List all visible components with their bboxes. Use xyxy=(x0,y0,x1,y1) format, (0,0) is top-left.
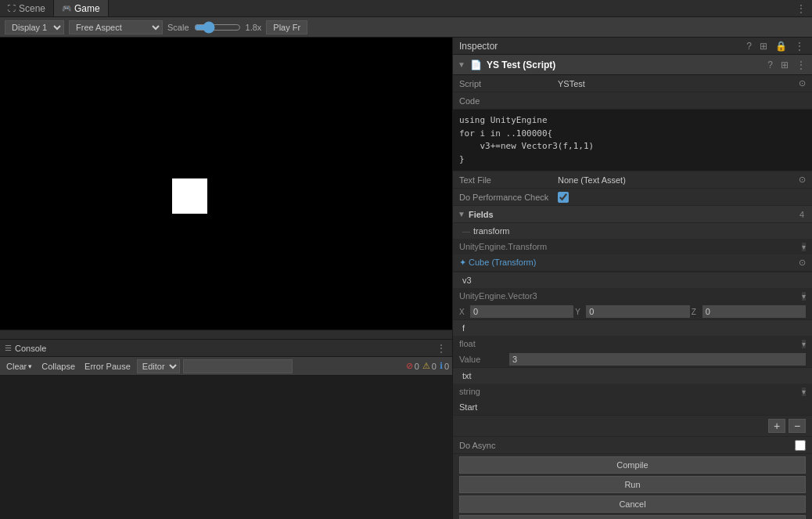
y-label: Y xyxy=(575,308,584,316)
add-field-button[interactable]: + xyxy=(768,419,785,433)
error-badge: ⊘ 0 xyxy=(406,361,419,371)
inspector-header-icons: ? ⊞ 🔒 ⋮ xyxy=(745,41,806,52)
f-name: f xyxy=(462,323,465,333)
game-tab[interactable]: 🎮 Game xyxy=(54,0,109,16)
run-button[interactable]: Run xyxy=(459,476,806,493)
scale-value: 1.8x xyxy=(246,23,262,32)
editor-select[interactable]: Editor xyxy=(137,359,180,373)
f-value-label: Value xyxy=(459,355,506,364)
f-type-row: float ▾ xyxy=(453,336,812,351)
transform-name-row: — transform xyxy=(453,223,812,239)
f-type: float xyxy=(459,339,799,348)
scene-tab[interactable]: ⛶ Scene xyxy=(0,0,54,16)
component-help-button[interactable]: ? xyxy=(766,59,774,70)
v3-y-input[interactable] xyxy=(586,305,689,318)
horizontal-scrollbar[interactable] xyxy=(0,330,452,339)
f-name-row: f xyxy=(453,320,812,336)
component-menu-button[interactable]: ⋮ xyxy=(795,59,807,70)
white-square-object xyxy=(172,178,207,214)
stop-button[interactable]: Stop xyxy=(459,515,806,519)
code-line-3: v3+=new Vector3(f,1,1) xyxy=(459,140,806,153)
inspector-header: Inspector ? ⊞ 🔒 ⋮ xyxy=(453,38,812,55)
fields-header[interactable]: ▼ Fields 4 xyxy=(453,206,812,223)
console-options-button[interactable]: ⋮ xyxy=(435,343,447,354)
v3-x-input[interactable] xyxy=(470,305,573,318)
script-select-button[interactable]: ⊙ xyxy=(799,78,806,88)
txt-name: txt xyxy=(462,371,472,380)
txt-type: string xyxy=(459,387,799,396)
txt-type-dropdown[interactable]: ▾ xyxy=(802,387,806,396)
do-async-checkbox[interactable] xyxy=(795,440,806,451)
clear-button[interactable]: Clear ▾ xyxy=(3,360,35,373)
clear-dropdown-icon: ▾ xyxy=(28,362,32,370)
perf-check-checkbox[interactable] xyxy=(558,192,569,203)
v3-name-row: v3 xyxy=(453,272,812,288)
scale-label: Scale xyxy=(167,23,189,32)
transform-type: UnityEngine.Transform xyxy=(459,242,799,251)
game-view xyxy=(0,38,452,330)
console-title: Console xyxy=(15,344,46,353)
component-toggle[interactable]: ▼ xyxy=(458,60,465,69)
transform-name: transform xyxy=(473,226,509,236)
component-title: YS Test (Script) xyxy=(487,59,761,70)
compile-button[interactable]: Compile xyxy=(459,456,806,474)
txt-field-group: txt string ▾ Start xyxy=(453,368,812,416)
console-search-input[interactable] xyxy=(183,359,293,373)
transform-value-row: ✦ Cube (Transform) ⊙ xyxy=(453,254,812,272)
text-file-select-button[interactable]: ⊙ xyxy=(799,175,806,185)
do-async-label: Do Async xyxy=(459,441,789,450)
text-file-label: Text File xyxy=(459,175,553,185)
warning-badge: ⚠ 0 xyxy=(422,361,437,371)
info-badge: ℹ 0 xyxy=(440,361,449,371)
v3-type: UnityEngine.Vector3 xyxy=(459,291,799,301)
do-async-row: Do Async xyxy=(453,437,812,454)
f-type-dropdown[interactable]: ▾ xyxy=(802,340,806,348)
remove-field-button[interactable]: − xyxy=(789,419,806,433)
add-remove-row: + − xyxy=(453,416,812,437)
v3-field-group: v3 UnityEngine.Vector3 ▾ X Y Z xyxy=(453,272,812,320)
console-toolbar: Clear ▾ Collapse Error Pause Editor ⊘ 0 xyxy=(0,357,452,376)
script-row: Script YSTest ⊙ xyxy=(453,75,812,92)
transform-type-dropdown[interactable]: ▾ xyxy=(802,243,806,251)
fields-count: 4 xyxy=(799,210,804,219)
scale-slider[interactable] xyxy=(194,21,241,34)
error-icon: ⊘ xyxy=(406,361,413,371)
console-header: ☰ Console ⋮ xyxy=(0,340,452,357)
code-label: Code xyxy=(459,96,553,106)
warning-icon: ⚠ xyxy=(422,361,430,371)
code-block[interactable]: using UnityEngine for i in ..100000{ v3+… xyxy=(453,110,812,171)
play-button[interactable]: Play Fr xyxy=(266,20,307,34)
game-canvas xyxy=(0,38,452,330)
txt-value: Start xyxy=(459,402,806,412)
component-settings-button[interactable]: ⊞ xyxy=(779,59,790,70)
v3-z-input[interactable] xyxy=(702,305,806,318)
collapse-button[interactable]: Collapse xyxy=(38,360,78,373)
console-panel: ☰ Console ⋮ Clear ▾ Collapse Error Pause xyxy=(0,339,452,519)
game-view-select[interactable]: Display 1 xyxy=(5,20,64,34)
v3-type-dropdown[interactable]: ▾ xyxy=(802,292,806,301)
v3-type-row: UnityEngine.Vector3 ▾ xyxy=(453,288,812,304)
fields-toggle-icon: ▼ xyxy=(458,210,465,218)
tab-menu-button[interactable]: ⋮ xyxy=(795,3,807,14)
script-label: Script xyxy=(459,79,553,88)
f-value-input[interactable] xyxy=(509,353,806,366)
game-icon: 🎮 xyxy=(62,4,71,13)
txt-type-row: string ▾ xyxy=(453,384,812,399)
inspector-help-button[interactable]: ? xyxy=(745,41,753,52)
inspector-menu-button[interactable]: ⋮ xyxy=(793,41,806,52)
transform-select-button[interactable]: ⊙ xyxy=(799,258,806,268)
cancel-button[interactable]: Cancel xyxy=(459,496,806,513)
inspector-layout-button[interactable]: ⊞ xyxy=(758,41,769,52)
text-file-row: Text File None (Text Asset) ⊙ xyxy=(453,171,812,189)
script-icon: 📄 xyxy=(470,59,482,70)
inspector-body: Script YSTest ⊙ Code using UnityEngine f… xyxy=(453,75,812,519)
code-line-4: } xyxy=(459,153,806,167)
perf-check-label: Do Performance Check xyxy=(459,193,553,202)
aspect-select[interactable]: Free Aspect xyxy=(69,20,163,34)
scene-icon: ⛶ xyxy=(8,4,16,13)
txt-value-row: Start xyxy=(453,399,812,415)
console-icon: ☰ xyxy=(5,344,12,352)
inspector-lock-button[interactable]: 🔒 xyxy=(774,41,789,52)
info-icon: ℹ xyxy=(440,361,443,371)
error-pause-button[interactable]: Error Pause xyxy=(81,360,134,373)
